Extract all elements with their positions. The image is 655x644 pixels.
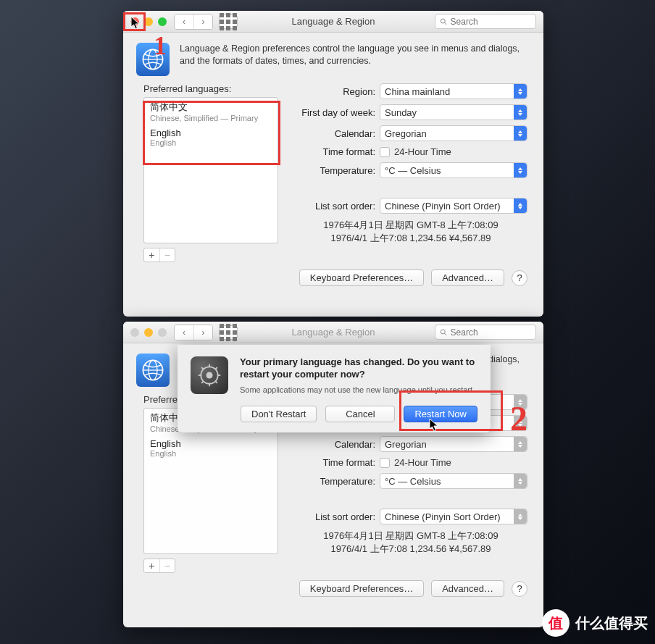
chevron-updown-icon (514, 474, 527, 488)
calendar-label: Calendar: (294, 439, 380, 450)
add-button[interactable]: + (144, 248, 159, 262)
chevron-updown-icon (514, 105, 527, 120)
watermark-text: 什么值得买 (575, 614, 648, 633)
sort-select[interactable]: Chinese (Pinyin Sort Order) (380, 198, 527, 214)
chevron-updown-icon (514, 509, 527, 524)
chevron-updown-icon (514, 126, 527, 141)
svg-rect-4 (226, 20, 230, 24)
cursor-icon (130, 16, 141, 30)
search-field[interactable] (435, 14, 536, 29)
svg-rect-5 (233, 20, 237, 24)
lang-name: 简体中文 (150, 101, 272, 114)
firstday-label: First day of week: (294, 107, 380, 118)
svg-point-9 (441, 19, 445, 23)
content: Preferred languages: 简体中文 Chinese, Simpl… (123, 83, 543, 268)
keyboard-prefs-button[interactable]: Keyboard Preferences… (299, 580, 424, 597)
window-title: Language & Region (292, 16, 375, 27)
titlebar: ‹ › Language & Region (123, 11, 543, 33)
temp-select[interactable]: °C — Celsius (380, 473, 527, 489)
temp-select[interactable]: °C — Celsius (380, 162, 527, 178)
svg-rect-19 (233, 330, 237, 335)
sort-label: List sort order: (294, 201, 380, 212)
sheet-heading: Your primary language has changed. Do yo… (240, 356, 477, 381)
lang-sub: Chinese, Simplified — Primary (150, 114, 272, 122)
prefs-window-1: ‹ › Language & Region Language & Region … (123, 11, 543, 317)
svg-rect-7 (226, 26, 230, 30)
24hour-label: 24-Hour Time (394, 457, 451, 468)
temp-label: Temperature: (294, 476, 380, 487)
24hour-checkbox[interactable] (380, 147, 390, 157)
calendar-select[interactable]: Gregorian (380, 125, 527, 141)
show-all-button[interactable] (219, 325, 238, 340)
traffic-lights (130, 328, 167, 337)
annotation-number-2: 2 (510, 398, 527, 438)
sort-label: List sort order: (294, 511, 380, 522)
svg-line-34 (215, 381, 217, 383)
close-icon[interactable] (130, 328, 139, 337)
svg-point-37 (206, 372, 213, 379)
back-button[interactable]: ‹ (175, 14, 193, 29)
prefs-window-2: ‹ › Language & Region Language & Region … (123, 322, 543, 627)
add-remove-group: + − (143, 559, 175, 573)
cancel-button[interactable]: Cancel (325, 406, 395, 422)
firstday-select[interactable]: Sunday (380, 104, 527, 120)
24hour-label: 24-Hour Time (394, 146, 451, 157)
list-item[interactable]: English English (144, 435, 278, 460)
advanced-button[interactable]: Advanced… (431, 269, 504, 286)
search-field[interactable] (435, 325, 536, 340)
language-list[interactable]: 简体中文 Chinese, Simplified — Primary Engli… (143, 97, 278, 243)
svg-rect-6 (220, 26, 224, 30)
chevron-updown-icon (514, 198, 527, 213)
temp-label: Temperature: (294, 165, 380, 176)
chevron-updown-icon (514, 163, 527, 177)
svg-rect-18 (226, 330, 230, 335)
sheet-subtext: Some applications may not use the new la… (240, 385, 477, 394)
intro-text: Language & Region preferences control th… (180, 43, 520, 76)
timefmt-label: Time format: (294, 146, 380, 157)
minimize-icon[interactable] (144, 328, 153, 337)
restart-now-button[interactable]: Restart Now (404, 406, 477, 422)
chevron-updown-icon (514, 84, 527, 99)
back-button[interactable]: ‹ (175, 325, 193, 340)
sort-select[interactable]: Chinese (Pinyin Sort Order) (380, 509, 527, 524)
search-icon (440, 17, 448, 26)
remove-button[interactable]: − (159, 248, 175, 262)
list-item[interactable]: English English (144, 125, 278, 149)
footer: Keyboard Preferences… Advanced… ? (123, 579, 543, 607)
zoom-icon[interactable] (158, 328, 167, 337)
add-remove-group: + − (143, 248, 175, 262)
help-button[interactable]: ? (512, 581, 527, 597)
remove-button[interactable]: − (159, 559, 175, 572)
preferred-languages-label: Preferred languages: (143, 83, 278, 94)
keyboard-prefs-button[interactable]: Keyboard Preferences… (299, 269, 424, 286)
lang-sub: English (150, 138, 272, 147)
format-sample: 1976年4月1日 星期四 GMT-8 上午7:08:09 1976/4/1 上… (294, 530, 527, 556)
calendar-select[interactable]: Gregorian (380, 436, 527, 452)
svg-line-24 (445, 333, 447, 335)
svg-line-36 (201, 381, 204, 383)
svg-rect-17 (220, 330, 224, 335)
list-item[interactable]: 简体中文 Chinese, Simplified — Primary (144, 98, 278, 125)
region-select[interactable]: China mainland (380, 83, 527, 99)
watermark-logo: 值 (542, 609, 570, 637)
help-button[interactable]: ? (512, 270, 527, 286)
svg-rect-3 (220, 20, 224, 24)
search-input[interactable] (451, 17, 531, 27)
search-input[interactable] (451, 327, 531, 338)
svg-rect-2 (233, 13, 237, 17)
add-button[interactable]: + (144, 559, 159, 572)
24hour-checkbox[interactable] (380, 458, 390, 468)
window-title: Language & Region (292, 327, 375, 338)
intro-row: Language & Region preferences control th… (123, 33, 543, 83)
forward-button[interactable]: › (193, 14, 212, 29)
footer: Keyboard Preferences… Advanced… ? (123, 268, 543, 296)
zoom-icon[interactable] (158, 17, 167, 26)
forward-button[interactable]: › (193, 325, 212, 340)
nav-group: ‹ › (174, 14, 213, 30)
nav-group: ‹ › (174, 325, 213, 340)
dont-restart-button[interactable]: Don't Restart (241, 406, 317, 422)
minimize-icon[interactable] (144, 17, 153, 26)
advanced-button[interactable]: Advanced… (431, 580, 504, 597)
show-all-button[interactable] (219, 14, 238, 29)
titlebar: ‹ › Language & Region (123, 322, 543, 343)
